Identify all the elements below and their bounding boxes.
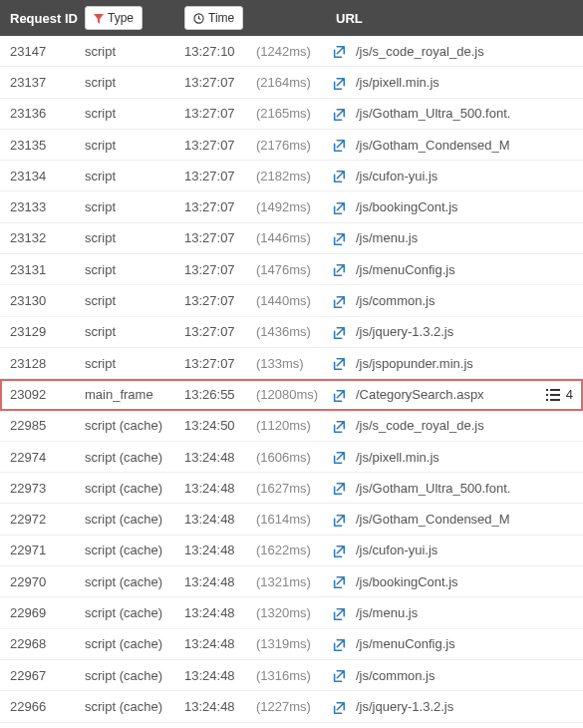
table-row[interactable]: 23130script13:27:07(1440ms)/js/common.js [0, 285, 583, 316]
svg-rect-5 [546, 399, 548, 401]
table-row[interactable]: 23137script13:27:07(2164ms)/js/pixell.mi… [0, 67, 583, 98]
cell-type: script [85, 138, 184, 153]
cell-url: /js/bookingCont.js [356, 199, 543, 214]
external-link-icon[interactable] [332, 511, 356, 527]
cell-duration: (1627ms) [256, 481, 332, 496]
table-row[interactable]: 22985script (cache)13:24:50(1120ms)/js/s… [0, 411, 583, 442]
cell-url: /js/s_code_royal_de.js [356, 418, 543, 433]
cell-duration: (1614ms) [256, 512, 332, 527]
external-link-icon[interactable] [332, 137, 356, 153]
external-link-icon[interactable] [332, 543, 356, 558]
table-row[interactable]: 22967script (cache)13:24:48(1316ms)/js/c… [0, 660, 583, 691]
cell-time: 13:24:48 [184, 699, 256, 714]
external-link-icon[interactable] [332, 74, 356, 90]
cell-type: script (cache) [85, 699, 184, 714]
cell-time: 13:26:55 [184, 387, 256, 402]
external-link-icon[interactable] [332, 43, 356, 59]
cell-request-id: 23133 [0, 199, 85, 214]
cell-time: 13:24:48 [184, 481, 256, 496]
cell-duration: (1316ms) [256, 668, 332, 683]
cell-type: script [85, 106, 184, 121]
table-row[interactable]: 22974script (cache)13:24:48(1606ms)/js/p… [0, 442, 583, 473]
cell-url: /js/common.js [356, 668, 543, 683]
cell-type: script [85, 230, 184, 245]
svg-rect-6 [550, 399, 560, 401]
external-link-icon[interactable] [332, 667, 356, 683]
cell-request-id: 23137 [0, 75, 85, 90]
cell-request-id: 22970 [0, 574, 85, 589]
svg-rect-1 [546, 389, 548, 391]
external-link-icon[interactable] [332, 168, 356, 183]
table-row[interactable]: 23135script13:27:07(2176ms)/js/Gotham_Co… [0, 130, 583, 161]
cell-url: /js/jquery-1.3.2.js [356, 699, 543, 714]
cell-time: 13:24:50 [184, 418, 256, 433]
table-row[interactable]: 23132script13:27:07(1446ms)/js/menu.js [0, 223, 583, 254]
external-link-icon[interactable] [332, 355, 356, 371]
cell-url: /js/cufon-yui.js [356, 169, 543, 183]
cell-request-id: 23129 [0, 324, 85, 339]
cell-time: 13:24:48 [184, 636, 256, 651]
cell-url: /js/pixell.min.js [356, 75, 543, 90]
external-link-icon[interactable] [332, 261, 356, 277]
cell-duration: (1321ms) [256, 574, 332, 589]
table-row[interactable]: 23092main_frame13:26:55(12080ms)/Categor… [0, 379, 583, 410]
svg-rect-4 [550, 394, 560, 396]
table-row[interactable]: 22970script (cache)13:24:48(1321ms)/js/b… [0, 566, 583, 597]
table-row[interactable]: 22968script (cache)13:24:48(1319ms)/js/m… [0, 629, 583, 660]
cell-request-id: 23132 [0, 230, 85, 245]
cell-request-id: 23092 [0, 387, 85, 402]
cell-time: 13:24:48 [184, 574, 256, 589]
cell-request-id: 22966 [0, 699, 85, 714]
table-row[interactable]: 23134script13:27:07(2182ms)/js/cufon-yui… [0, 161, 583, 191]
cell-url: /js/s_code_royal_de.js [356, 44, 543, 59]
cell-request-id: 22974 [0, 450, 85, 465]
table-row[interactable]: 22972script (cache)13:24:48(1614ms)/js/G… [0, 504, 583, 535]
external-link-icon[interactable] [332, 573, 356, 589]
table-row[interactable]: 23131script13:27:07(1476ms)/js/menuConfi… [0, 254, 583, 285]
external-link-icon[interactable] [332, 636, 356, 652]
external-link-icon[interactable] [332, 292, 356, 308]
external-link-icon[interactable] [332, 418, 356, 434]
table-row[interactable]: 23136script13:27:07(2165ms)/js/Gotham_Ul… [0, 99, 583, 130]
table-row[interactable]: 23147script13:27:10(1242ms)/js/s_code_ro… [0, 36, 583, 67]
cell-time: 13:24:48 [184, 668, 256, 683]
cell-url: /js/bookingCont.js [356, 574, 543, 589]
cell-duration: (2165ms) [256, 106, 332, 121]
table-row[interactable]: 22971script (cache)13:24:48(1622ms)/js/c… [0, 536, 583, 566]
table-row[interactable]: 23128script13:27:07(133ms)/js/jspopunder… [0, 348, 583, 379]
external-link-icon[interactable] [332, 480, 356, 496]
cell-time: 13:27:07 [184, 106, 256, 121]
cell-duration: (1227ms) [256, 699, 332, 714]
cell-type: script [85, 262, 184, 277]
cell-duration: (1476ms) [256, 262, 332, 277]
list-icon[interactable] [546, 387, 560, 402]
table-row[interactable]: 22973script (cache)13:24:48(1627ms)/js/G… [0, 473, 583, 504]
table-row[interactable]: 22969script (cache)13:24:48(1320ms)/js/m… [0, 597, 583, 628]
cell-type: main_frame [85, 387, 184, 402]
external-link-icon[interactable] [332, 698, 356, 714]
external-link-icon[interactable] [332, 198, 356, 214]
table-row[interactable]: 22965script13:24:48(101ms)/js/jspopunder… [0, 723, 583, 728]
cell-type: script (cache) [85, 605, 184, 620]
type-filter-button[interactable]: Type [85, 6, 143, 30]
cell-type: script [85, 293, 184, 308]
cell-request-id: 23135 [0, 138, 85, 153]
table-row[interactable]: 23133script13:27:07(1492ms)/js/bookingCo… [0, 191, 583, 222]
cell-time: 13:24:48 [184, 605, 256, 620]
external-link-icon[interactable] [332, 449, 356, 465]
cell-request-id: 22973 [0, 481, 85, 496]
svg-rect-2 [550, 389, 560, 391]
cell-duration: (1622ms) [256, 543, 332, 557]
table-row[interactable]: 23129script13:27:07(1436ms)/js/jquery-1.… [0, 317, 583, 348]
external-link-icon[interactable] [332, 230, 356, 246]
external-link-icon[interactable] [332, 106, 356, 122]
time-filter-button[interactable]: Time [184, 6, 243, 30]
header-request-id: Request ID [0, 11, 85, 26]
external-link-icon[interactable] [332, 604, 356, 620]
table-row[interactable]: 22966script (cache)13:24:48(1227ms)/js/j… [0, 691, 583, 722]
cell-duration: (2164ms) [256, 75, 332, 90]
cell-type: script [85, 199, 184, 214]
cell-request-id: 23131 [0, 262, 85, 277]
external-link-icon[interactable] [332, 386, 356, 402]
external-link-icon[interactable] [332, 324, 356, 340]
